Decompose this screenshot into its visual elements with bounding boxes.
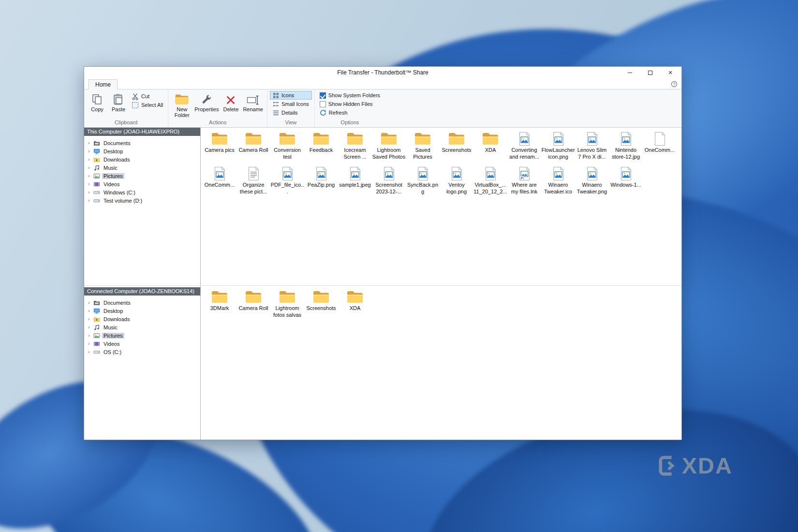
this-computer-file-grid[interactable]: Camera picsCamera RollConversion testFee… xyxy=(201,128,681,285)
chevron-right-icon[interactable]: › xyxy=(88,316,91,322)
show-system-folders-checkbox[interactable]: Show System Folders xyxy=(317,91,383,100)
file-item-windows-1[interactable]: Windows-1... xyxy=(609,164,643,199)
folder-item-xda[interactable]: XDA xyxy=(338,287,372,322)
tree-item-downloads[interactable]: ›Downloads xyxy=(84,155,200,163)
titlebar[interactable]: File Transfer - Thunderbolt™ Share ✕ xyxy=(84,67,681,78)
maximize-button[interactable] xyxy=(640,67,660,78)
cut-button[interactable]: Cut xyxy=(129,92,165,101)
file-item-pdf-file-ico[interactable]: PDF_file_ico... xyxy=(270,164,304,199)
file-item-flowlauncher-icon-png[interactable]: FlowLauncher icon.png xyxy=(541,129,575,164)
chevron-right-icon[interactable]: › xyxy=(88,148,91,154)
folder-item-xda[interactable]: XDA xyxy=(473,129,507,164)
properties-button[interactable]: Properties xyxy=(193,90,220,113)
tree-item-videos[interactable]: ›Videos xyxy=(84,340,200,348)
chevron-right-icon[interactable]: › xyxy=(88,308,91,313)
show-hidden-files-label: Show Hidden Files xyxy=(328,101,373,107)
image-file-icon xyxy=(451,165,463,181)
videos-icon xyxy=(93,340,100,347)
tree-item-pictures[interactable]: ›Pictures xyxy=(84,331,200,340)
tree-item-pictures[interactable]: ›Pictures xyxy=(84,172,200,180)
desktop-icon xyxy=(93,308,100,314)
refresh-button[interactable]: Refresh xyxy=(317,108,383,117)
folder-item-feedback[interactable]: Feedback xyxy=(304,129,338,164)
minimize-button[interactable] xyxy=(620,67,640,78)
chevron-right-icon[interactable]: › xyxy=(88,341,91,346)
file-item-onecomm[interactable]: OneComm... xyxy=(203,164,236,199)
file-item-virtualbox-11-20-12-2[interactable]: VirtualBox_... 11_20_12_2... xyxy=(473,164,507,199)
folder-item-lightroom-saved-photos[interactable]: Lightroom Saved Photos xyxy=(372,129,406,164)
folder-item-camera-pics[interactable]: Camera pics xyxy=(203,129,236,164)
file-item-ventoy-logo-png[interactable]: Ventoy logo.png xyxy=(440,164,473,199)
file-item-screenshot-2023-12[interactable]: Screenshot 2023-12-... xyxy=(372,164,406,199)
folder-item-lightroom-fotos-salvas[interactable]: Lightroom fotos salvas xyxy=(270,287,304,322)
chevron-right-icon[interactable]: › xyxy=(88,325,91,330)
chevron-right-icon[interactable]: › xyxy=(88,198,91,203)
file-item-winaero-tweaker-png[interactable]: Winaero Tweaker.png xyxy=(575,164,609,199)
chevron-right-icon[interactable]: › xyxy=(88,140,91,146)
file-label: SyncBack.png xyxy=(406,182,440,195)
checkbox-checked-icon[interactable] xyxy=(320,92,326,99)
show-hidden-files-checkbox[interactable]: Show Hidden Files xyxy=(317,100,383,108)
file-item-onecomm[interactable]: OneComm... xyxy=(643,129,677,164)
folder-item-screenshots[interactable]: Screenshots xyxy=(304,287,338,322)
tree-item-music[interactable]: ›Music xyxy=(84,163,200,172)
chevron-right-icon[interactable]: › xyxy=(88,333,91,338)
chevron-right-icon[interactable]: › xyxy=(88,300,91,305)
help-button[interactable]: ? xyxy=(671,81,678,88)
copy-button[interactable]: Copy xyxy=(87,90,108,113)
connected-computer-file-grid[interactable]: 3DMarkCamera RollLightroom fotos salvasS… xyxy=(201,286,681,440)
file-item-peazip-png[interactable]: PeaZip.png xyxy=(304,164,338,199)
tree-item-desktop[interactable]: ›Desktop xyxy=(84,147,200,155)
close-button[interactable]: ✕ xyxy=(660,67,680,78)
tree-item-label: Videos xyxy=(102,341,121,347)
paste-button[interactable]: Paste xyxy=(108,90,129,113)
folder-item-saved-pictures[interactable]: Saved Pictures xyxy=(406,129,440,164)
chevron-right-icon[interactable]: › xyxy=(88,157,91,162)
group-label-view: View xyxy=(270,119,312,127)
tree-item-videos[interactable]: ›Videos xyxy=(84,180,200,188)
file-item-winaero-tweaker-ico[interactable]: Winaero Tweaker.ico xyxy=(541,164,575,199)
file-item-nintendo-store-12-jpg[interactable]: Nintendo store-12.jpg xyxy=(609,129,643,164)
tree-item-downloads[interactable]: ›Downloads xyxy=(84,315,200,323)
file-item-organize-these-pict[interactable]: Organize these pict... xyxy=(236,164,270,199)
rename-button[interactable]: Rename xyxy=(241,90,265,113)
tree-item-documents[interactable]: ›Documents xyxy=(84,298,200,307)
tree-item-music[interactable]: ›Music xyxy=(84,323,200,331)
folder-item-3dmark[interactable]: 3DMark xyxy=(203,287,236,322)
tree-item-windows-c[interactable]: ›Windows (C:) xyxy=(84,188,200,196)
folder-item-conversion-test[interactable]: Conversion test xyxy=(270,129,304,164)
delete-button[interactable]: Delete xyxy=(220,90,241,113)
ribbon-group-actions: New Folder Properties Delete Rename xyxy=(168,89,267,127)
tree-item-test-volume-d[interactable]: ›Test volume (D:) xyxy=(84,196,200,205)
show-system-folders-label: Show System Folders xyxy=(328,92,380,98)
tree-item-desktop[interactable]: ›Desktop xyxy=(84,307,200,315)
folder-item-camera-roll[interactable]: Camera Roll xyxy=(236,129,270,164)
tab-home[interactable]: Home xyxy=(89,79,118,89)
folder-item-icecream-screen[interactable]: Icecream Screen ... xyxy=(338,129,372,164)
image-file-icon xyxy=(485,165,497,181)
checkbox-unchecked-icon[interactable] xyxy=(320,101,326,107)
file-label: Saved Pictures xyxy=(413,147,432,160)
file-item-syncback-png[interactable]: SyncBack.png xyxy=(406,164,440,199)
chevron-right-icon[interactable]: › xyxy=(88,349,91,355)
chevron-right-icon[interactable]: › xyxy=(88,173,91,178)
tree-item-os-c[interactable]: ›OS (C:) xyxy=(84,348,200,356)
view-small-icons-button[interactable]: Small Icons xyxy=(270,100,312,108)
view-details-button[interactable]: Details xyxy=(270,108,312,117)
chevron-right-icon[interactable]: › xyxy=(88,181,91,187)
chevron-right-icon[interactable]: › xyxy=(88,190,91,195)
tree-item-documents[interactable]: ›Documents xyxy=(84,139,200,147)
new-folder-button[interactable]: New Folder xyxy=(171,90,193,118)
file-item-lenovo-slim-7-pro-x-di[interactable]: Lenovo Slim 7 Pro X di... xyxy=(575,129,609,164)
select-all-button[interactable]: Select All xyxy=(129,101,165,109)
file-item-where-are-my-files-lnk[interactable]: Where are my files.lnk xyxy=(507,164,541,199)
view-icons-button[interactable]: Icons xyxy=(270,91,312,100)
image-file-icon xyxy=(281,165,294,181)
file-item-sample1-jpeg[interactable]: sample1.jpeg xyxy=(338,164,372,199)
chevron-right-icon[interactable]: › xyxy=(88,165,91,170)
image-file-icon xyxy=(349,165,361,181)
folder-item-screenshots[interactable]: Screenshots xyxy=(440,129,473,164)
folder-item-camera-roll[interactable]: Camera Roll xyxy=(236,287,270,322)
file-item-converting-and-renam[interactable]: Converting and renam... xyxy=(507,129,541,164)
tree-item-label: Documents xyxy=(102,300,132,306)
